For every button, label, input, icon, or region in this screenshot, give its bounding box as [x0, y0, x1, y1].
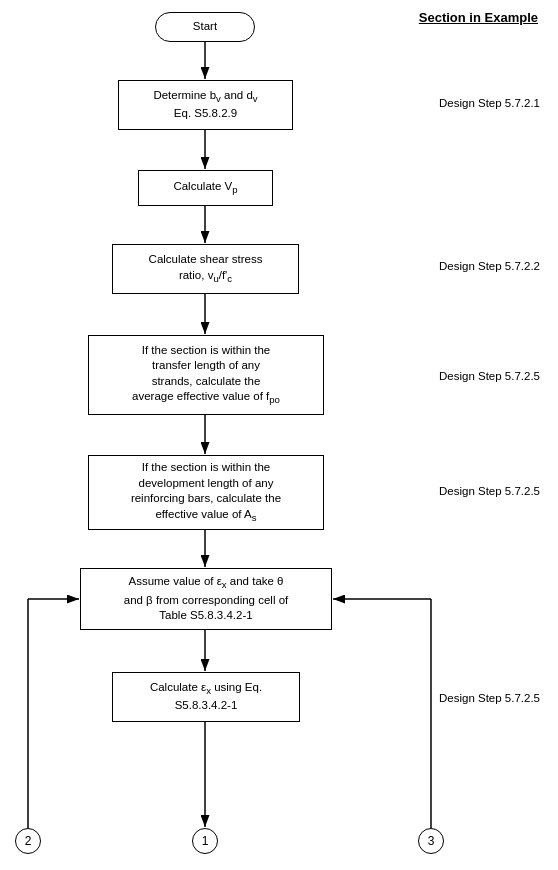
connector-1-label: 1 [202, 834, 209, 848]
step5-label: If the section is within thedevelopment … [131, 460, 281, 525]
step6-shape: Assume value of εx and take θand β from … [80, 568, 332, 630]
start-label: Start [193, 19, 217, 35]
start-shape: Start [155, 12, 255, 42]
step7-shape: Calculate εx using Eq.S5.8.3.4.2-1 [112, 672, 300, 722]
design-step-5: Design Step 5.7.2.5 [439, 485, 540, 497]
connector-2-label: 2 [25, 834, 32, 848]
connector-1: 1 [192, 828, 218, 854]
step6-label: Assume value of εx and take θand β from … [124, 574, 289, 623]
step7-label: Calculate εx using Eq.S5.8.3.4.2-1 [150, 680, 262, 714]
arrows-svg [0, 0, 558, 870]
flowchart: Section in Example Start [0, 0, 558, 870]
design-step-7: Design Step 5.7.2.5 [439, 692, 540, 704]
step4-shape: If the section is within thetransfer len… [88, 335, 324, 415]
step4-label: If the section is within thetransfer len… [132, 343, 280, 408]
step3-shape: Calculate shear stressratio, vu/f'c [112, 244, 299, 294]
connector-3: 3 [418, 828, 444, 854]
design-step-4: Design Step 5.7.2.5 [439, 370, 540, 382]
step5-shape: If the section is within thedevelopment … [88, 455, 324, 530]
design-step-1: Design Step 5.7.2.1 [439, 97, 540, 109]
section-header: Section in Example [419, 10, 538, 25]
step3-label: Calculate shear stressratio, vu/f'c [149, 252, 263, 286]
step2-shape: Calculate Vp [138, 170, 273, 206]
design-step-3: Design Step 5.7.2.2 [439, 260, 540, 272]
step2-label: Calculate Vp [173, 179, 237, 197]
step1-shape: Determine bv and dvEq. S5.8.2.9 [118, 80, 293, 130]
connector-3-label: 3 [428, 834, 435, 848]
step1-label: Determine bv and dvEq. S5.8.2.9 [153, 88, 257, 122]
connector-2: 2 [15, 828, 41, 854]
